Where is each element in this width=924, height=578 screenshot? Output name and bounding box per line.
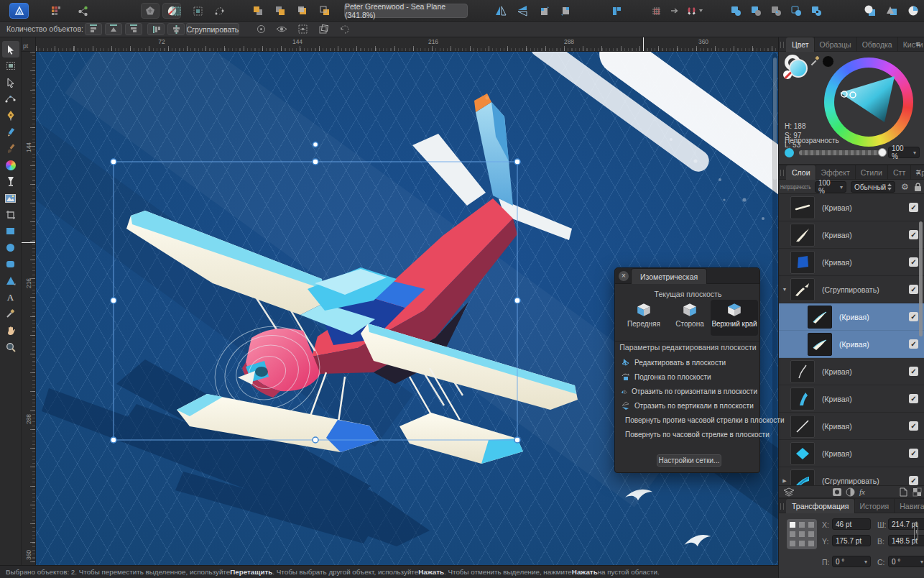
flip-vertical-plane-item[interactable]: Отразить по вертикали в плоскости: [621, 399, 757, 412]
layer-thumbnail[interactable]: [790, 278, 815, 301]
group-row[interactable]: ▼(Сгруппировать)✓: [779, 276, 924, 303]
panel-menu-icon[interactable]: ≡: [916, 40, 920, 48]
layer-visibility-checkbox[interactable]: ✓: [909, 257, 918, 267]
triangle-tool[interactable]: [2, 272, 19, 289]
fit-to-plane-item[interactable]: Подгонка по плоскости: [621, 370, 757, 383]
tab-history[interactable]: История: [854, 499, 895, 513]
layer-thumbnail[interactable]: [808, 306, 832, 329]
layer-visibility-checkbox[interactable]: ✓: [909, 476, 918, 485]
layer-row-selected[interactable]: (Кривая)✓: [779, 331, 924, 358]
tab-navigator[interactable]: Навигатор: [894, 499, 924, 513]
rotate-ccw-button[interactable]: [535, 3, 553, 19]
point-transform-tool[interactable]: [2, 91, 19, 107]
layer-row[interactable]: (Кривая)✓: [779, 194, 924, 221]
layers-scrollbar-thumb[interactable]: [919, 221, 923, 336]
layer-visibility-checkbox[interactable]: ✓: [909, 285, 918, 294]
blend-mode-select[interactable]: Обычный: [851, 181, 895, 193]
align-center-button[interactable]: [105, 23, 122, 35]
flip-horizontal-plane-item[interactable]: Отразить по горизонтали в плоскости: [621, 385, 757, 398]
marquee-select-button[interactable]: [167, 3, 185, 19]
marquee-subtract-button[interactable]: [188, 3, 207, 19]
tab-styles[interactable]: Стили: [855, 165, 887, 180]
tab-effects[interactable]: Эффект: [816, 165, 855, 180]
layer-visibility-checkbox[interactable]: ✓: [909, 230, 918, 239]
pen-tool[interactable]: [2, 107, 19, 124]
snap-arrow-button[interactable]: [667, 3, 683, 19]
hue-wheel[interactable]: [824, 58, 913, 147]
pencil-tool[interactable]: [2, 124, 19, 140]
node-tool[interactable]: [2, 74, 19, 91]
gear-icon[interactable]: ⚙: [901, 182, 909, 192]
layer-thumbnail[interactable]: [790, 224, 815, 247]
layer-visibility-checkbox[interactable]: ✓: [909, 312, 918, 321]
opacity-value-select[interactable]: 100 %▾: [888, 147, 920, 158]
fill-tool[interactable]: [2, 157, 19, 173]
layer-thumbnail[interactable]: [790, 469, 815, 486]
layer-thumbnail[interactable]: [790, 442, 815, 465]
color-picker-tool[interactable]: [2, 306, 19, 322]
artboard-tool[interactable]: [2, 58, 19, 74]
tab-layers[interactable]: Слои: [786, 165, 816, 180]
move-backward-button[interactable]: [292, 3, 312, 19]
edit-in-plane-item[interactable]: Редактировать в плоскости: [621, 356, 757, 369]
transparency-tool[interactable]: [2, 173, 19, 190]
rotation-select[interactable]: 0 °▾: [832, 556, 871, 567]
align-left-button[interactable]: [85, 23, 102, 35]
layer-visibility-checkbox[interactable]: ✓: [909, 421, 918, 431]
layer-row[interactable]: (Кривая)✓: [779, 249, 924, 276]
move-tool[interactable]: [2, 41, 19, 58]
text-tool[interactable]: A: [2, 289, 19, 306]
layer-row[interactable]: (Кривая)✓: [779, 221, 924, 249]
share-button[interactable]: [74, 3, 91, 19]
isometric-panel-tab[interactable]: Изометрическая: [631, 268, 707, 284]
secondary-color-swatch[interactable]: [822, 55, 834, 68]
boolean-intersect-button[interactable]: [767, 3, 785, 19]
opacity-color-dot[interactable]: [785, 148, 794, 157]
anchor-point-selector[interactable]: [787, 519, 817, 549]
horizontal-ruler[interactable]: 72 144 216 288 360: [36, 37, 778, 52]
isometric-panel-header[interactable]: × Изометрическая: [615, 268, 759, 284]
transform-separately-button[interactable]: [295, 23, 310, 35]
rectangle-tool[interactable]: [2, 223, 19, 239]
grid-settings-button[interactable]: Настройки сетки...: [657, 454, 721, 467]
close-icon[interactable]: ×: [619, 271, 629, 281]
layer-thumbnail[interactable]: [790, 251, 815, 274]
layers-opacity-select[interactable]: 100 %▾: [815, 181, 846, 193]
selection-visibility-button[interactable]: [274, 23, 290, 35]
panel-menu-icon[interactable]: ≡: [916, 168, 920, 176]
layer-thumbnail[interactable]: [790, 196, 815, 219]
flip-vertical-button[interactable]: [513, 3, 532, 19]
vertical-ruler[interactable]: 144 216 288 360: [22, 52, 36, 565]
tab-stroke[interactable]: Обводка: [856, 37, 897, 52]
tab-transform[interactable]: Трансформация: [786, 499, 854, 513]
fx-button[interactable]: fx: [859, 487, 865, 496]
rotation-handle[interactable]: [313, 142, 318, 147]
layer-thumbnail[interactable]: [790, 415, 815, 438]
brush-tool[interactable]: [2, 140, 19, 157]
move-to-back-button[interactable]: [315, 3, 334, 19]
freehand-select-button[interactable]: [210, 3, 228, 19]
no-color-swatch[interactable]: [783, 70, 792, 79]
panel-grip[interactable]: [780, 42, 784, 48]
rotation-center-button[interactable]: [253, 23, 269, 35]
move-forward-button[interactable]: [270, 3, 290, 19]
layer-thumbnail[interactable]: [790, 360, 815, 383]
move-to-front-button[interactable]: [248, 3, 267, 19]
app-logo[interactable]: [9, 3, 29, 19]
mask-layer-button[interactable]: [832, 487, 842, 497]
vector-crop-tool[interactable]: [2, 206, 19, 223]
hide-selection-button[interactable]: [336, 23, 352, 35]
hand-tool[interactable]: [2, 322, 19, 339]
grid-toggle-button[interactable]: [647, 3, 665, 19]
layer-row-selected[interactable]: (Кривая)✓: [779, 303, 924, 331]
layer-thumbnail[interactable]: [790, 387, 815, 410]
transparency-toggle-button[interactable]: [913, 487, 922, 497]
badge-button[interactable]: [141, 3, 160, 19]
tab-color[interactable]: Цвет: [786, 37, 814, 52]
canvas-scrollbar-thumb[interactable]: [773, 58, 777, 180]
cycle-selection-box-button[interactable]: [315, 23, 331, 35]
expand-collapse-icon[interactable]: ▶: [779, 478, 790, 484]
rotate-cw-button[interactable]: [556, 3, 575, 19]
place-image-tool[interactable]: [2, 190, 19, 206]
group-button[interactable]: Сгруппировать: [186, 23, 239, 35]
